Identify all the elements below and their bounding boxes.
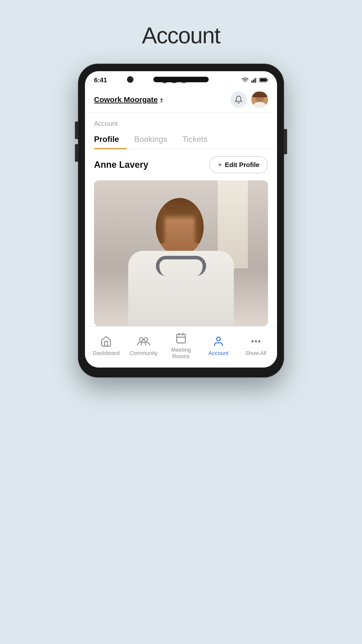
camera-dot: [127, 76, 133, 83]
calendar-icon: [174, 332, 188, 345]
svg-point-1: [163, 77, 166, 83]
nav-right-icons: [230, 91, 268, 108]
nav-meeting-rooms-label: Meeting Rooms: [171, 347, 191, 360]
nav-community-label: Community: [130, 350, 158, 356]
tab-bookings[interactable]: Bookings: [134, 130, 175, 149]
svg-point-26: [255, 341, 257, 342]
tab-tickets[interactable]: Tickets: [182, 130, 215, 149]
more-icon: [249, 335, 262, 348]
svg-point-19: [144, 338, 148, 341]
app-content: Account Profile Bookings Tickets Anne La…: [85, 113, 277, 326]
chevron-down-icon: ▾: [160, 97, 163, 103]
svg-rect-8: [253, 79, 254, 83]
svg-rect-20: [177, 334, 186, 343]
phone-shell: 6:41: [78, 64, 284, 378]
tabs-row: Profile Bookings Tickets: [85, 130, 277, 149]
svg-point-27: [258, 341, 260, 342]
nav-item-dashboard[interactable]: Dashboard: [90, 335, 122, 356]
sim-icon: [171, 76, 178, 84]
person-figure: [118, 195, 244, 326]
battery-icon: [259, 76, 268, 84]
home-icon: [100, 335, 113, 348]
edit-profile-label: Edit Profile: [225, 161, 259, 169]
bell-icon: [234, 95, 243, 104]
cowork-name: Cowork Moorgate: [94, 95, 158, 104]
svg-point-25: [252, 341, 253, 342]
nav-dashboard-label: Dashboard: [93, 350, 120, 356]
bottom-nav: Dashboard Community: [85, 326, 277, 368]
top-nav: Cowork Moorgate ▾: [85, 87, 277, 113]
smile: [170, 238, 190, 246]
nav-item-account[interactable]: Account: [202, 335, 235, 356]
globe-icon: [161, 76, 168, 84]
user-avatar: [251, 91, 268, 108]
svg-rect-13: [260, 79, 266, 82]
plus-icon: +: [218, 161, 222, 169]
user-name: Anne Lavery: [94, 159, 148, 170]
nav-item-community[interactable]: Community: [127, 335, 160, 356]
svg-point-18: [139, 338, 143, 341]
hair-side-left: [156, 208, 167, 243]
power-button: [284, 129, 287, 154]
no-mic-icon: [180, 76, 187, 84]
account-icon: [212, 335, 225, 348]
profile-header: Anne Lavery + Edit Profile: [85, 149, 277, 180]
status-bar: 6:41: [85, 71, 277, 87]
nav-show-all-label: Show All: [245, 350, 266, 356]
svg-rect-16: [251, 92, 268, 97]
svg-rect-7: [251, 80, 252, 83]
phone-screen: 6:41: [85, 71, 277, 368]
vol-up-button: [75, 122, 78, 139]
svg-point-24: [216, 337, 220, 341]
svg-point-5: [181, 77, 187, 83]
tab-profile[interactable]: Profile: [94, 130, 127, 149]
status-icons: [161, 76, 187, 84]
svg-rect-9: [255, 78, 256, 83]
status-time: 6:41: [94, 76, 107, 84]
status-right: [241, 76, 268, 84]
nav-account-label: Account: [208, 350, 229, 356]
nav-item-show-all[interactable]: Show All: [240, 335, 272, 356]
svg-line-6: [182, 78, 186, 83]
edit-profile-button[interactable]: + Edit Profile: [209, 156, 268, 173]
avatar-button[interactable]: [251, 91, 268, 108]
account-section-label: Account: [85, 113, 277, 128]
hair-side-right: [192, 208, 204, 243]
profile-image: [94, 180, 268, 326]
portrait-art: [94, 180, 268, 326]
svg-rect-3: [172, 77, 177, 83]
svg-rect-4: [173, 79, 175, 81]
signal-icon: [251, 76, 257, 84]
svg-point-0: [162, 77, 167, 83]
notifications-button[interactable]: [230, 91, 247, 108]
page-title: Account: [142, 23, 220, 49]
svg-rect-12: [267, 79, 268, 81]
community-icon: [137, 335, 150, 348]
nav-item-meeting-rooms[interactable]: Meeting Rooms: [165, 332, 197, 360]
face-oval: [156, 198, 204, 256]
vol-down-button: [75, 144, 78, 162]
svg-rect-10: [256, 77, 257, 83]
cowork-selector[interactable]: Cowork Moorgate ▾: [94, 95, 163, 104]
stethoscope: [156, 256, 206, 276]
face-container: [156, 198, 206, 258]
wifi-icon: [241, 76, 249, 84]
